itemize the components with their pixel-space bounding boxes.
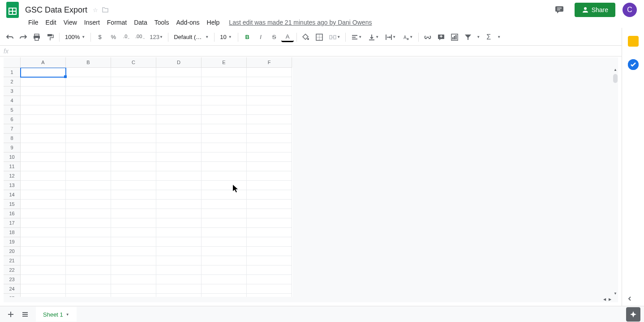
chevron-down-icon[interactable]: ▼ <box>66 313 69 317</box>
menu-file[interactable]: File <box>25 17 42 28</box>
row-header[interactable]: 24 <box>4 284 21 294</box>
cell[interactable] <box>111 162 156 171</box>
cell[interactable] <box>66 275 111 284</box>
cell[interactable] <box>247 256 292 265</box>
cell[interactable] <box>21 68 66 77</box>
cell[interactable] <box>202 124 247 134</box>
select-all-corner[interactable] <box>4 57 21 68</box>
last-edit-status[interactable]: Last edit was made 21 minutes ago by Dan… <box>229 19 372 26</box>
cell[interactable] <box>156 124 202 134</box>
cell[interactable] <box>21 124 66 134</box>
row-header[interactable]: 11 <box>4 162 21 171</box>
text-color-button[interactable]: A <box>281 32 294 42</box>
decrease-decimal-button[interactable]: .0← <box>120 31 133 44</box>
format-percent-button[interactable]: % <box>107 31 120 44</box>
cell[interactable] <box>111 87 156 96</box>
menu-addons[interactable]: Add-ons <box>173 17 202 28</box>
cell[interactable] <box>111 265 156 275</box>
row-header[interactable]: 6 <box>4 115 21 124</box>
text-wrap-button[interactable]: ▼ <box>382 31 399 44</box>
cell[interactable] <box>202 77 247 87</box>
cell[interactable] <box>202 190 247 200</box>
cell[interactable] <box>202 87 247 96</box>
cell[interactable] <box>111 77 156 87</box>
cell[interactable] <box>156 181 202 190</box>
cell[interactable] <box>21 96 66 105</box>
row-header[interactable]: 12 <box>4 171 21 181</box>
menu-format[interactable]: Format <box>104 17 130 28</box>
column-header[interactable]: E <box>202 57 247 68</box>
cell[interactable] <box>21 247 66 256</box>
cell[interactable] <box>66 87 111 96</box>
row-header[interactable]: 14 <box>4 190 21 200</box>
cell[interactable] <box>202 96 247 105</box>
cell[interactable] <box>21 105 66 115</box>
row-header[interactable]: 2 <box>4 77 21 87</box>
cell[interactable] <box>21 265 66 275</box>
cell[interactable] <box>202 228 247 237</box>
cell[interactable] <box>202 247 247 256</box>
cell[interactable] <box>111 105 156 115</box>
cell[interactable] <box>111 181 156 190</box>
cell[interactable] <box>156 96 202 105</box>
cell[interactable] <box>202 209 247 218</box>
insert-comment-button[interactable] <box>435 31 447 44</box>
cell[interactable] <box>202 181 247 190</box>
more-formats-button[interactable]: 123▼ <box>147 31 165 44</box>
cell[interactable] <box>156 275 202 284</box>
cell[interactable] <box>21 143 66 152</box>
cell[interactable] <box>202 134 247 143</box>
cell[interactable] <box>66 181 111 190</box>
insert-link-button[interactable] <box>421 31 434 44</box>
horizontal-align-button[interactable]: ▼ <box>348 31 365 44</box>
cell[interactable] <box>156 190 202 200</box>
cell[interactable] <box>111 237 156 247</box>
cell[interactable] <box>21 171 66 181</box>
cell[interactable] <box>111 190 156 200</box>
add-sheet-button[interactable] <box>4 307 18 322</box>
cell[interactable] <box>66 143 111 152</box>
cell[interactable] <box>247 115 292 124</box>
cell[interactable] <box>202 105 247 115</box>
cell[interactable] <box>66 115 111 124</box>
cell[interactable] <box>156 237 202 247</box>
cell[interactable] <box>66 218 111 228</box>
cell[interactable] <box>202 171 247 181</box>
vertical-scrollbar[interactable]: ▲ ▼ <box>613 68 618 297</box>
cell[interactable] <box>156 256 202 265</box>
row-header[interactable]: 9 <box>4 143 21 152</box>
cell[interactable] <box>66 284 111 294</box>
cell[interactable] <box>111 115 156 124</box>
sheet-tab-active[interactable]: Sheet 1 ▼ <box>36 307 77 322</box>
cell[interactable] <box>21 181 66 190</box>
scroll-up-icon[interactable]: ▲ <box>613 68 618 73</box>
cell[interactable] <box>247 247 292 256</box>
paint-format-button[interactable] <box>44 31 56 44</box>
cell[interactable] <box>247 275 292 284</box>
cell[interactable] <box>247 284 292 294</box>
cell[interactable] <box>156 152 202 162</box>
cell[interactable] <box>66 265 111 275</box>
cell[interactable] <box>111 256 156 265</box>
row-header[interactable]: 18 <box>4 228 21 237</box>
italic-button[interactable]: I <box>254 31 267 44</box>
expand-side-panel-icon[interactable] <box>626 295 633 302</box>
cell[interactable] <box>21 237 66 247</box>
cell[interactable] <box>247 181 292 190</box>
move-icon[interactable] <box>102 6 109 13</box>
row-header[interactable]: 10 <box>4 152 21 162</box>
explore-button[interactable] <box>626 307 640 322</box>
cell[interactable] <box>111 275 156 284</box>
cell[interactable] <box>66 247 111 256</box>
cell[interactable] <box>66 190 111 200</box>
column-header[interactable]: D <box>156 57 202 68</box>
cell[interactable] <box>202 115 247 124</box>
cell[interactable] <box>202 162 247 171</box>
cell[interactable] <box>202 237 247 247</box>
cell[interactable] <box>156 77 202 87</box>
cell[interactable] <box>111 124 156 134</box>
row-header[interactable]: 7 <box>4 124 21 134</box>
cell[interactable] <box>21 87 66 96</box>
cell[interactable] <box>66 200 111 209</box>
functions-dropdown-button[interactable]: ▼ <box>496 31 502 44</box>
